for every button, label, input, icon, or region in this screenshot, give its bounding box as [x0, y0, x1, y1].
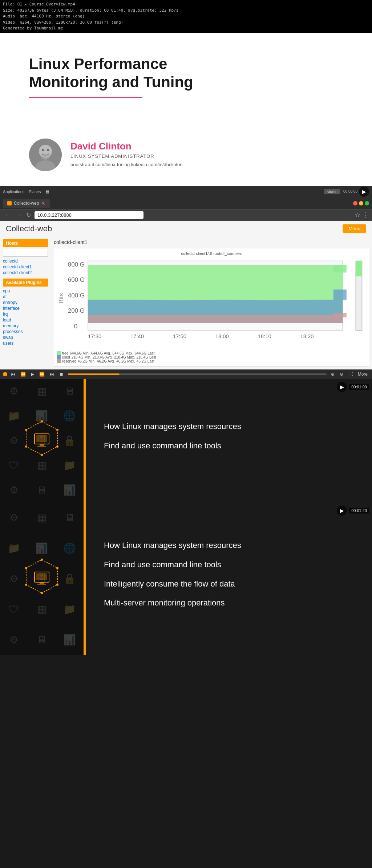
next-btn[interactable]: ⏩: [38, 371, 46, 377]
bg-icon-server1: 🖥: [56, 379, 84, 404]
learning-content-1: How Linux manages system resources Find …: [86, 379, 372, 503]
meta-audio: Audio: aac, 44100 Hz, stereo (eng): [3, 13, 369, 20]
legend-last-reserved: 46.2G Last: [137, 359, 154, 363]
legend-min-used: 218.4G Min.: [72, 355, 91, 359]
svg-text:18:10: 18:10: [258, 333, 271, 339]
sidebar-link-client2[interactable]: collectd-client2: [3, 270, 48, 276]
svg-rect-40: [36, 573, 47, 580]
svg-point-33: [56, 429, 58, 431]
dual-slide-1: ⚙ ▦ 🖥 📁 📊 🌐 ⚙ 🗄 🔒 🛡 ▦ 📁 ⚙ 🖥 📊: [0, 379, 372, 503]
forward-button[interactable]: →: [14, 211, 23, 219]
center-icon-1: [24, 420, 60, 461]
plugin-processes[interactable]: processes: [3, 329, 48, 335]
bg-icon-grid1: ▦: [28, 379, 56, 404]
svg-text:400 G: 400 G: [68, 292, 85, 299]
bg-icon-chart2: 📊: [56, 478, 84, 503]
collectd-menu-button[interactable]: Menu: [343, 224, 366, 233]
zoom-in-btn[interactable]: ⊕: [329, 371, 336, 377]
learning-item-1-1: How Linux manages system resources: [104, 421, 354, 432]
orange-dot: [3, 372, 7, 376]
plugin-users[interactable]: users: [3, 340, 48, 346]
dual-slide-2: ⚙ ▦ 🖥 📁 📊 🌐 ⚙ 🗄 🔒 🛡 ▦ 📁 ⚙ 🖥 📊: [0, 503, 372, 655]
tab-favicon: [7, 201, 12, 205]
plugin-swap[interactable]: swap: [3, 335, 48, 340]
title-underline: [29, 97, 218, 98]
legend-min-free: 644.6G Min.: [70, 351, 89, 355]
window-close-button[interactable]: [353, 201, 357, 205]
play-pause-btn[interactable]: ▶: [29, 371, 36, 377]
next-frame-btn[interactable]: ⏭: [48, 371, 56, 377]
tab-close-button[interactable]: ✕: [41, 200, 45, 206]
plugin-entropy[interactable]: entropy: [3, 300, 48, 305]
collectd-sidebar: Hosts collectd collectd-client1 collectd…: [0, 236, 51, 369]
play-button-t1[interactable]: ▶: [359, 187, 369, 197]
progress-bar-fill: [68, 373, 120, 375]
chart-svg: 800 G 600 G 400 G 200 G 0 Bits: [57, 257, 366, 350]
plugins-header: Available Plugins: [3, 279, 48, 287]
zoom-out-btn[interactable]: ⊖: [338, 371, 345, 377]
sidebar-link-client1[interactable]: collectd-client1: [3, 264, 48, 270]
svg-point-47: [25, 584, 27, 586]
os-icon: 🖥: [45, 189, 50, 195]
reload-button[interactable]: ↻: [25, 211, 32, 219]
svg-rect-30: [40, 444, 44, 446]
play-button-t2[interactable]: ▶: [337, 382, 347, 392]
plugin-irq[interactable]: irq: [3, 311, 48, 317]
instructor-card: David Clinton LINUX SYSTEM ADMINISTRATOR…: [29, 139, 343, 171]
svg-point-4: [47, 149, 49, 151]
svg-point-37: [25, 429, 27, 431]
learning-items-2: How Linux manages system resources Find …: [104, 540, 354, 617]
hosts-search-input[interactable]: [3, 249, 48, 257]
plugin-interface[interactable]: interface: [3, 305, 48, 311]
svg-marker-17: [333, 289, 347, 300]
places-menu[interactable]: Places: [29, 189, 41, 194]
browser-tab[interactable]: Collectd-web ✕: [3, 199, 50, 208]
fullscreen-btn[interactable]: ⛶: [347, 371, 354, 377]
window-minimize-button[interactable]: [359, 201, 363, 205]
svg-marker-16: [333, 265, 347, 272]
stop-btn[interactable]: ⏹: [58, 371, 65, 377]
more-options-btn[interactable]: More: [356, 371, 369, 377]
browser-chrome: Collectd-web ✕: [0, 197, 372, 209]
plugin-memory[interactable]: memory: [3, 323, 48, 329]
learning-item-2-1: How Linux manages system resources: [104, 540, 354, 551]
prev-btn[interactable]: ⏪: [19, 371, 27, 377]
video-chrome: Applications Places 🖥 studio 00:00:00 ▶ …: [0, 186, 372, 379]
sidebar-link-collectd[interactable]: collectd: [3, 258, 48, 264]
studio-label: studio: [324, 189, 340, 194]
meta-size: Size: 4026736 bytes (3.84 MiB), duration…: [3, 8, 369, 14]
legend-label-used: used: [62, 355, 70, 359]
prev-frame-btn[interactable]: ⏮: [9, 371, 17, 377]
window-maximize-button[interactable]: [365, 201, 369, 205]
learning-item-2-4: Multi-server monitoring operations: [104, 598, 354, 608]
bg-icon2-gear1: ⚙: [0, 503, 28, 533]
bg-icon-gear1: ⚙: [0, 379, 28, 404]
svg-marker-18: [333, 313, 347, 317]
plugin-cpu[interactable]: cpu: [3, 288, 48, 294]
browser-menu-icon[interactable]: ⋮: [363, 211, 369, 219]
meta-file: File: 01 - Course Overview.mp4: [3, 1, 369, 8]
plugin-df[interactable]: df: [3, 294, 48, 300]
legend-free: free 644.6G Min. 644.6G Avg. 644.6G Max.…: [57, 351, 154, 355]
browser-star-icon: ☆: [355, 211, 360, 219]
svg-point-45: [56, 584, 58, 586]
plugin-load[interactable]: load: [3, 317, 48, 323]
chart-area: collectd-client1/df-root/df_complex 800 …: [54, 248, 369, 367]
play-button-t3[interactable]: ▶: [337, 505, 347, 516]
legend-label-free: free: [62, 351, 68, 355]
legend-row-1: free 644.6G Min. 644.6G Avg. 644.6G Max.…: [57, 351, 366, 355]
meta-video: Video: h264, yuv420p, 1280x720, 30.00 fp…: [3, 20, 369, 26]
back-button[interactable]: ←: [3, 211, 12, 219]
center-icon-2: [24, 558, 60, 600]
progress-bar[interactable]: [68, 373, 327, 375]
svg-text:18:20: 18:20: [300, 333, 314, 339]
learning-section-1: ⚙ ▦ 🖥 📁 📊 🌐 ⚙ 🗄 🔒 🛡 ▦ 📁 ⚙ 🖥 📊: [0, 379, 372, 503]
svg-point-43: [41, 559, 43, 561]
course-title: Linux Performance Monitoring and Tuning: [29, 55, 343, 92]
avatar: [29, 139, 62, 171]
collectd-body: Hosts collectd collectd-client1 collectd…: [0, 236, 372, 369]
url-bar[interactable]: 10.0.3.227:8888: [35, 211, 143, 219]
learning-item-1-2: Find and use command line tools: [104, 441, 354, 451]
svg-text:Bits: Bits: [58, 293, 65, 303]
applications-menu[interactable]: Applications: [3, 189, 24, 194]
